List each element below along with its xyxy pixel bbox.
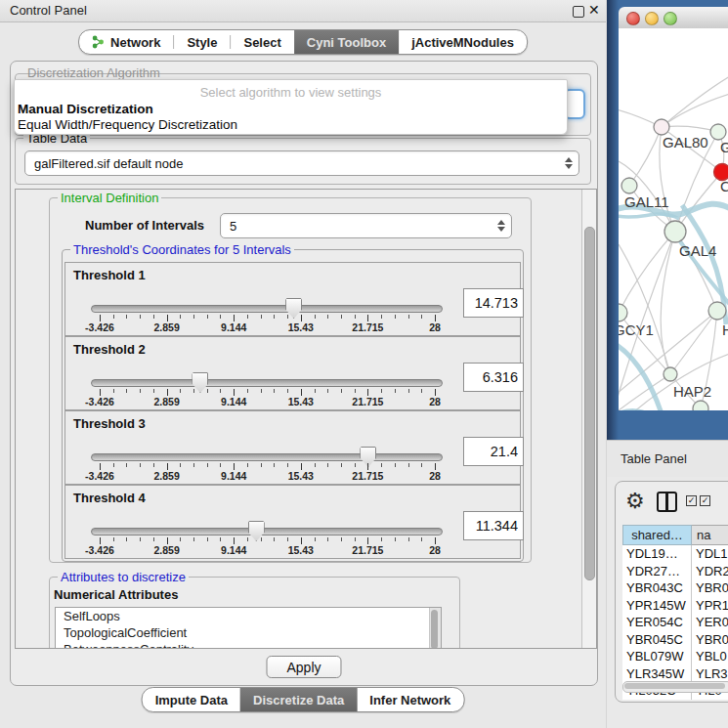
algorithm-option-equal-width-frequency-discretization[interactable]: Equal Width/Frequency Discretization	[18, 117, 237, 132]
algorithm-option-manual-discretization[interactable]: Manual Discretization	[18, 102, 153, 116]
minor-tick	[247, 463, 248, 467]
algorithm-dropdown-popup: Select algorithm to view settings Manual…	[14, 79, 568, 135]
cell-name[interactable]: YER0	[692, 614, 728, 631]
table-row[interactable]: YLR345WYLR3	[622, 665, 728, 683]
close-traffic-light-icon[interactable]	[626, 12, 640, 25]
algorithm-placeholder-option[interactable]: Select algorithm to view settings	[15, 85, 567, 100]
minor-tick	[193, 463, 194, 467]
table-row[interactable]: YPR145WYPR1	[622, 597, 728, 615]
scrollbar-thumb[interactable]	[624, 683, 725, 689]
minor-tick	[180, 315, 181, 319]
network-edge[interactable]	[619, 232, 675, 313]
minor-tick	[421, 389, 422, 393]
checkbox-icon[interactable]: ✓	[686, 495, 697, 506]
threshold-value-field[interactable]	[463, 511, 524, 540]
table-row[interactable]: YBL079WYBL0	[622, 648, 728, 665]
minor-tick	[180, 389, 181, 393]
cell-shared-name[interactable]: YPR145W	[622, 597, 692, 615]
network-node[interactable]	[693, 401, 708, 410]
node-label: GA	[720, 139, 728, 155]
network-canvas[interactable]: GAL80GACGAL11GAL4GCY1HHAP2	[619, 28, 728, 410]
combobox-stepper-icon	[497, 214, 505, 237]
network-edge-thick[interactable]	[619, 339, 669, 410]
network-node-gal4[interactable]	[664, 221, 686, 242]
cell-shared-name[interactable]: YBR045C	[622, 631, 692, 649]
network-edge[interactable]	[629, 127, 662, 186]
tab-impute-data[interactable]: Impute Data	[143, 688, 240, 711]
attributes-group: Attributes to discretize Numerical Attri…	[49, 577, 460, 649]
apply-button[interactable]: Apply	[266, 656, 341, 678]
tab-style[interactable]: Style	[174, 30, 230, 54]
tab-cyni-toolbox[interactable]: Cyni Toolbox	[294, 30, 399, 54]
numerical-attributes-list[interactable]: SelfLoopsTopologicalCoefficientBetweenne…	[55, 607, 442, 649]
minor-tick	[207, 463, 208, 467]
cell-name[interactable]: YBR0	[692, 579, 728, 597]
cell-name[interactable]: YPR1	[692, 597, 728, 615]
cell-name[interactable]: YBL0	[692, 648, 728, 665]
tab-jactivemnodules[interactable]: jActiveMNodules	[399, 30, 527, 54]
horizontal-scrollbar[interactable]	[622, 681, 728, 693]
cell-shared-name[interactable]: YLR345W	[622, 665, 692, 683]
table-row[interactable]: YER054CYER0	[622, 614, 728, 631]
network-node-hap2[interactable]	[664, 367, 677, 381]
attributes-list-scrollbar[interactable]	[429, 608, 441, 649]
number-of-intervals-combobox[interactable]: 5	[220, 213, 512, 238]
network-node-gcy1[interactable]	[619, 304, 627, 321]
threshold-value-field[interactable]	[463, 437, 524, 466]
tab-discretize-data[interactable]: Discretize Data	[240, 688, 357, 711]
table-row[interactable]: YDL19…YDL1	[622, 545, 728, 563]
tab-infer-network[interactable]: Infer Network	[357, 688, 463, 711]
minor-tick	[327, 389, 328, 393]
cell-name[interactable]: YDR2	[692, 563, 728, 580]
column-header-name[interactable]: na	[692, 525, 728, 545]
cell-shared-name[interactable]: YDR27…	[622, 563, 692, 580]
network-edge[interactable]	[662, 94, 728, 127]
column-header-shared-name[interactable]: shared…	[622, 525, 692, 545]
network-node-h[interactable]	[708, 302, 726, 320]
gear-icon[interactable]: ⚙	[625, 487, 645, 516]
threshold-value-field[interactable]	[463, 363, 524, 392]
slider-thumb[interactable]	[248, 521, 265, 541]
column-layout-icon[interactable]	[657, 492, 677, 512]
table-row[interactable]: YBR043CYBR0	[622, 579, 728, 597]
close-icon[interactable]: ✕	[588, 2, 600, 18]
table-row[interactable]: YBR045CYBR0	[622, 631, 728, 649]
scrollbar-thumb[interactable]	[431, 610, 438, 649]
right-region: GAL80GACGAL11GAL4GCY1HHAP2 Table Panel ⚙…	[606, 0, 728, 728]
cell-shared-name[interactable]: YDL19…	[622, 545, 692, 563]
minor-tick	[261, 315, 262, 319]
cell-shared-name[interactable]: YBR043C	[622, 579, 692, 597]
slider-track[interactable]	[91, 379, 443, 387]
threshold-value-field[interactable]	[463, 288, 524, 318]
tab-select[interactable]: Select	[231, 30, 293, 54]
float-window-icon[interactable]	[573, 6, 584, 18]
minimize-traffic-light-icon[interactable]	[645, 12, 659, 25]
slider-track[interactable]	[91, 528, 443, 535]
table-data-combobox[interactable]: galFiltered.sif default node	[24, 150, 579, 176]
vertical-scrollbar[interactable]	[581, 190, 596, 648]
minor-tick	[327, 537, 328, 541]
major-tick	[100, 315, 101, 321]
cell-name[interactable]: YDL1	[692, 545, 728, 563]
cell-name[interactable]: YLR3	[692, 665, 728, 683]
network-node-ga[interactable]	[710, 124, 726, 140]
network-window-frame	[607, 0, 619, 440]
scrollbar-thumb[interactable]	[584, 227, 595, 580]
checkbox-icon[interactable]: ✓	[700, 495, 710, 506]
network-edge[interactable]	[661, 232, 675, 374]
node-label: H	[722, 321, 728, 338]
network-node-gal80[interactable]	[654, 119, 669, 135]
attribute-item[interactable]: SelfLoops	[56, 608, 441, 624]
slider-track[interactable]	[91, 305, 443, 313]
slider-track[interactable]	[91, 453, 443, 461]
cell-shared-name[interactable]: YER054C	[622, 614, 692, 631]
tab-network[interactable]: Network	[79, 30, 173, 54]
cell-shared-name[interactable]: YBL079W	[622, 648, 692, 665]
minor-tick	[247, 537, 248, 541]
network-node-gal11[interactable]	[621, 178, 637, 193]
zoom-traffic-light-icon[interactable]	[664, 12, 677, 25]
cell-name[interactable]: YBR0	[692, 631, 728, 649]
attribute-item[interactable]: TopologicalCoefficient	[56, 624, 441, 641]
table-row[interactable]: YDR27…YDR2	[622, 563, 728, 580]
network-edge[interactable]	[662, 126, 718, 132]
